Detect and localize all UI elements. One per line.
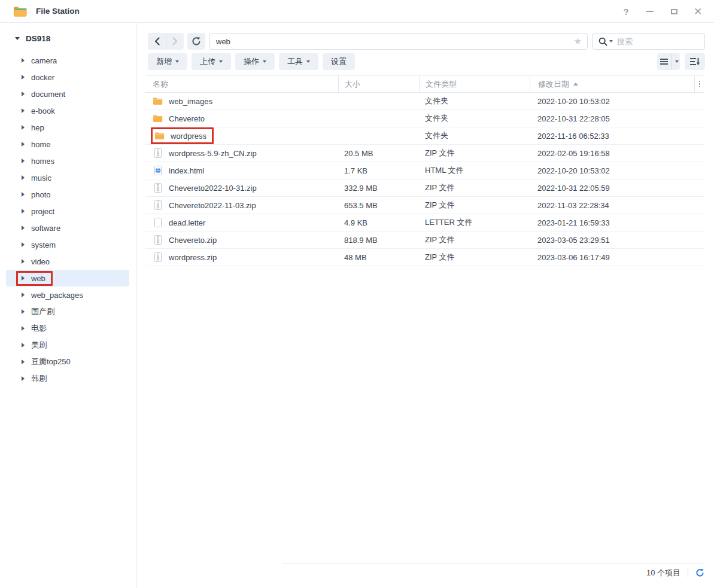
sidebar-item-豆瓣top250[interactable]: 豆瓣top250 [6,354,129,370]
table-row[interactable]: wordpress 文件夹 2022-11-16 06:52:33 [145,127,704,145]
maximize-icon[interactable] [669,6,679,17]
sidebar-item-video[interactable]: video [6,253,129,270]
table-row[interactable]: Chevereto 文件夹 2022-10-31 22:28:05 [145,110,704,127]
file-modified: 2022-10-20 10:53:02 [530,162,694,179]
refresh-button[interactable] [187,33,205,50]
sidebar-item-web[interactable]: web [6,270,129,287]
sidebar-item-美剧[interactable]: 美剧 [6,337,129,354]
file-size [338,93,419,109]
sidebar-item-software[interactable]: software [6,220,129,236]
title-bar: File Station ? ✕ [0,0,714,23]
chevron-right-icon [22,209,25,214]
column-header-type[interactable]: 文件类型 [419,76,530,92]
status-bar: 10 个项目 [282,563,704,582]
table-row[interactable]: index.html 1.7 KB HTML 文件 2022-10-20 10:… [145,162,704,179]
chevron-right-icon [22,376,25,381]
file-station-window: File Station ? ✕ DS918 camera docker doc… [0,0,714,588]
file-modified: 2022-10-31 22:28:05 [530,110,694,127]
table-row[interactable]: dead.letter 4.9 KB LETTER 文件 2023-01-21 … [145,214,704,231]
table-row[interactable]: wordpress-5.9-zh_CN.zip 20.5 MB ZIP 文件 2… [145,145,704,162]
sort-ascending-icon [573,83,578,86]
sidebar-item-home[interactable]: home [6,136,129,153]
chevron-right-icon [22,175,25,180]
sidebar-item-web_packages[interactable]: web_packages [6,287,129,303]
dropdown-caret-icon [175,60,179,63]
back-button[interactable] [148,33,166,50]
new-button[interactable]: 新增 [148,53,187,70]
file-type: HTML 文件 [419,162,530,179]
sidebar-item-project[interactable]: project [6,203,129,220]
folder-file-icon [153,114,163,123]
app-title: File Station [36,7,80,16]
sidebar-item-system[interactable]: system [6,236,129,253]
path-input[interactable] [210,37,574,46]
chevron-right-icon [22,108,25,113]
dropdown-caret-icon [263,60,266,63]
folder-file-icon [154,132,165,140]
view-mode-button[interactable] [657,53,680,70]
action-button[interactable]: 操作 [235,53,275,70]
file-modified: 2023-03-05 23:29:51 [530,231,694,248]
table-row[interactable]: Chevereto2022-11-03.zip 653.5 MB ZIP 文件 … [145,197,704,214]
column-header-modified[interactable]: 修改日期 [530,76,694,92]
sidebar-item-document[interactable]: document [6,86,129,102]
file-table: 名称 大小 文件类型 修改日期 web_images 文件夹 2022-10-2… [145,75,704,266]
table-row[interactable]: web_images 文件夹 2022-10-20 10:53:02 [145,93,704,110]
sort-button[interactable] [685,53,705,70]
help-icon[interactable]: ? [621,6,631,17]
chevron-right-icon [22,125,25,130]
chevron-right-icon [22,192,25,197]
sidebar-root-label: DS918 [26,34,50,43]
sidebar-item-hep[interactable]: hep [6,119,129,136]
column-header-name[interactable]: 名称 [145,76,338,92]
sidebar-item-国产剧[interactable]: 国产剧 [6,303,129,320]
file-type: ZIP 文件 [419,249,530,266]
file-name: wordpress-5.9-zh_CN.zip [169,149,257,158]
upload-button[interactable]: 上传 [192,53,231,70]
tools-button[interactable]: 工具 [279,53,318,70]
close-icon[interactable]: ✕ [692,6,703,17]
sidebar-item-韩剧[interactable]: 韩剧 [6,370,129,387]
sidebar-item-camera[interactable]: camera [6,52,129,69]
sidebar: DS918 camera docker document e-book hep [0,23,136,588]
file-modified: 2022-02-05 19:16:58 [530,145,694,162]
chevron-right-icon [22,276,25,281]
file-name: index.html [169,166,204,175]
chevron-right-icon [22,226,25,230]
file-station-app-icon [13,6,28,17]
sidebar-item-e-book[interactable]: e-book [6,102,129,119]
table-row[interactable]: Chevereto2022-10-31.zip 332.9 MB ZIP 文件 … [145,179,704,197]
table-row[interactable]: Chevereto.zip 818.9 MB ZIP 文件 2023-03-05… [145,231,704,249]
column-options-button[interactable] [694,76,704,92]
sidebar-item-docker[interactable]: docker [6,69,129,86]
sidebar-item-photo[interactable]: photo [6,186,129,203]
item-count: 10 个项目 [646,568,680,578]
file-modified: 2022-11-16 06:52:33 [530,127,694,144]
settings-button[interactable]: 设置 [323,53,355,70]
chevron-right-icon [22,58,25,63]
chevron-right-icon [22,293,25,297]
column-header-size[interactable]: 大小 [338,76,419,92]
sidebar-item-music[interactable]: music [6,169,129,186]
search-input[interactable] [613,37,704,46]
forward-button[interactable] [166,33,184,50]
chevron-right-icon [22,309,25,314]
file-modified: 2022-10-20 10:53:02 [530,93,694,109]
file-size: 20.5 MB [338,145,419,162]
sidebar-root-ds918[interactable]: DS918 [0,31,136,47]
dropdown-caret-icon [219,60,223,63]
file-type: 文件夹 [419,93,530,109]
sidebar-item-homes[interactable]: homes [6,153,129,169]
file-name: Chevereto.zip [169,236,217,245]
table-row[interactable]: wordpress.zip 48 MB ZIP 文件 2023-03-06 16… [145,249,704,266]
chevron-right-icon [22,259,25,264]
sidebar-folder-list: camera docker document e-book hep home [0,52,136,387]
folder-file-icon [153,97,163,105]
search-icon[interactable] [598,37,613,46]
dropdown-caret-icon [306,60,310,63]
refresh-list-icon[interactable] [695,568,704,577]
sidebar-item-电影[interactable]: 电影 [6,320,129,337]
minimize-icon[interactable] [645,6,655,17]
favorite-star-icon[interactable]: ★ [574,36,582,47]
status-divider [688,568,688,578]
